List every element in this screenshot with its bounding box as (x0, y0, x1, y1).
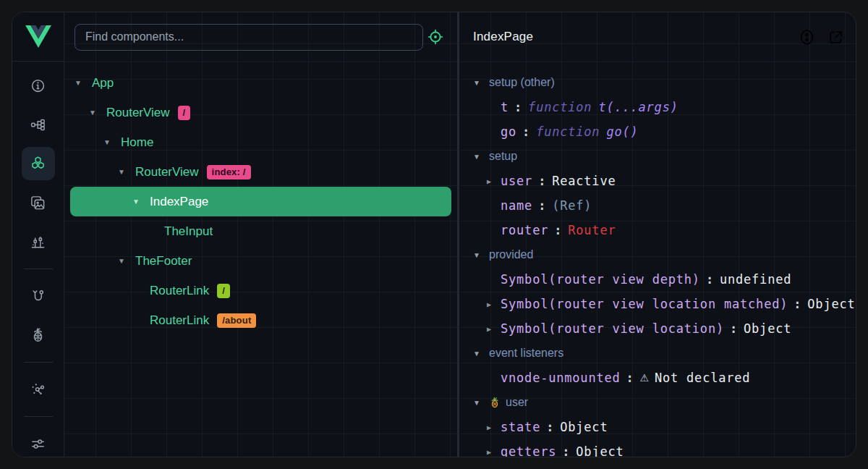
route-badge: / (178, 106, 191, 120)
state-row-expandable[interactable]: user : Reactive (459, 169, 856, 193)
section-label: provided (489, 248, 533, 261)
open-in-editor-button[interactable] (825, 27, 846, 47)
section-event-listeners[interactable]: event listeners (459, 341, 856, 366)
tree-row-home[interactable]: Home (70, 127, 451, 157)
tree-row-thefooter[interactable]: TheFooter (70, 246, 451, 276)
section-arrow-icon[interactable] (473, 79, 489, 87)
state-key: go (501, 124, 516, 139)
search-input[interactable] (75, 24, 423, 51)
timeline-icon[interactable] (22, 225, 55, 258)
component-name: RouterView (106, 106, 170, 120)
components-pane: App RouterView / Home RouterView index: … (64, 12, 457, 457)
key-value-separator: : (538, 174, 546, 188)
state-row: Symbol(router view depth) : undefined (459, 267, 856, 292)
expand-arrow-icon[interactable] (487, 325, 501, 333)
state-row-expandable[interactable]: Symbol(router view location matched) : O… (459, 292, 856, 316)
pinia-pineapple-icon (489, 397, 501, 408)
pages-icon[interactable] (22, 186, 55, 219)
state-row-expandable[interactable]: Symbol(router view location) : Object (459, 316, 856, 341)
tree-row-routerview[interactable]: RouterView / (70, 98, 451, 127)
tree-row-indexpage-selected[interactable]: IndexPage (70, 187, 451, 216)
tree-row-app[interactable]: App (70, 68, 451, 98)
expand-arrow-icon[interactable] (103, 138, 121, 146)
section-setup-other[interactable]: setup (other) (459, 70, 856, 95)
state-key: router (501, 223, 548, 237)
components-toolbar (64, 12, 457, 62)
expand-arrow-icon[interactable] (132, 198, 150, 206)
section-setup[interactable]: setup (459, 144, 856, 169)
section-arrow-icon[interactable] (473, 350, 489, 358)
component-tree-icon[interactable] (22, 108, 55, 141)
state-key: state (501, 420, 540, 434)
inspected-component-title: IndexPage (473, 30, 533, 44)
graph-icon[interactable] (22, 373, 55, 406)
open-in-editor-icon (827, 28, 845, 46)
component-name: TheInput (164, 224, 213, 239)
state-row: router : Router (459, 218, 856, 242)
state-key: user (501, 174, 532, 188)
vue-devtools-window: App RouterView / Home RouterView index: … (12, 12, 856, 457)
tree-row-routerlink-about[interactable]: RouterLink /about (70, 305, 451, 335)
expand-arrow-icon[interactable] (487, 423, 501, 431)
tree-row-routerview-nested[interactable]: RouterView index: / (70, 157, 451, 187)
state-row: name : (Ref) (459, 193, 856, 218)
expand-arrow-icon[interactable] (118, 257, 135, 265)
tree-row-theinput[interactable]: TheInput (70, 216, 451, 246)
key-value-separator: : (706, 272, 714, 287)
state-key: Symbol(router view location matched) (501, 297, 788, 311)
select-component-in-page-button[interactable] (424, 25, 447, 48)
vue-logo-icon (25, 25, 51, 48)
state-value: Object (744, 321, 791, 336)
key-value-separator: : (538, 198, 546, 213)
settings-icon[interactable] (22, 427, 55, 457)
state-inspector: setup (other) t : function t(...args) go… (459, 62, 856, 457)
section-arrow-icon[interactable] (473, 251, 489, 259)
inspector-header: IndexPage (459, 12, 856, 62)
component-name: Home (121, 135, 153, 150)
tree-row-routerlink-home[interactable]: RouterLink / (70, 276, 451, 305)
expand-arrow-icon[interactable] (487, 300, 501, 308)
state-value: Object (576, 444, 624, 457)
key-value-separator: : (522, 124, 530, 139)
route-badge: /about (217, 313, 256, 328)
state-row-expandable[interactable]: state : Object (459, 415, 856, 439)
expand-arrow-icon[interactable] (75, 79, 92, 87)
section-arrow-icon[interactable] (473, 153, 489, 161)
expand-arrow-icon[interactable] (89, 109, 106, 117)
component-tree: App RouterView / Home RouterView index: … (64, 62, 457, 457)
components-icon[interactable] (22, 147, 55, 180)
scroll-into-view-button[interactable] (796, 27, 817, 47)
state-key: Symbol(router view depth) (501, 272, 700, 287)
sidebar-divider (24, 362, 53, 363)
router-icon[interactable] (22, 279, 55, 313)
component-name: IndexPage (150, 195, 208, 209)
state-key: Symbol(router view location) (501, 321, 724, 336)
key-value-separator: : (562, 444, 570, 457)
expand-arrow-icon[interactable] (118, 168, 135, 176)
state-row: t : function t(...args) (459, 95, 856, 119)
component-name: App (92, 76, 114, 90)
section-provided[interactable]: provided (459, 242, 856, 267)
state-key: vnode-unmounted (501, 371, 621, 385)
expand-arrow-icon[interactable] (487, 177, 501, 185)
component-name: RouterLink (150, 313, 209, 328)
state-row: vnode-unmounted : ⚠ Not declared (459, 366, 856, 390)
expand-arrow-icon[interactable] (487, 448, 501, 456)
state-key: t (501, 100, 509, 114)
info-icon[interactable] (22, 69, 55, 102)
function-keyword: function (528, 100, 592, 114)
section-user-store[interactable]: user (459, 390, 856, 415)
state-value: Not declared (655, 371, 750, 385)
component-name: TheFooter (135, 254, 192, 269)
key-value-separator: : (793, 297, 801, 311)
key-value-separator: : (514, 100, 522, 114)
key-value-separator: : (730, 321, 738, 336)
pinia-icon[interactable] (22, 318, 55, 352)
state-row-expandable[interactable]: getters : Object (459, 439, 856, 457)
inspector-pane: IndexPage (459, 12, 856, 457)
inspector-header-actions (796, 27, 846, 47)
target-icon (427, 28, 444, 46)
section-label: user (506, 396, 528, 409)
section-arrow-icon[interactable] (473, 399, 489, 407)
state-value: (Ref) (552, 198, 592, 213)
